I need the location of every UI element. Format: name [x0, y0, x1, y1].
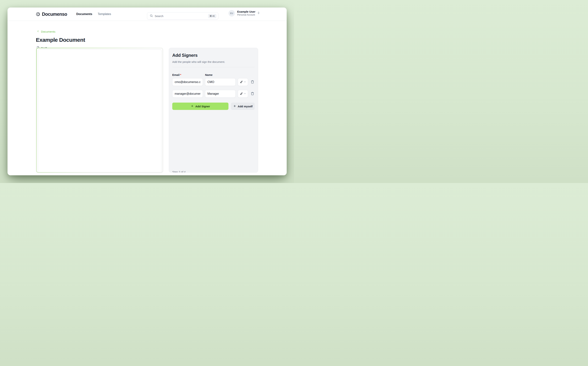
signer-row	[169, 78, 258, 86]
field-labels-row: Email* Name	[169, 73, 258, 76]
signer-email-field[interactable]	[172, 90, 203, 98]
search-input[interactable]	[155, 15, 208, 18]
step-indicator: Step 2 of 4	[172, 170, 186, 173]
required-asterisk: *	[180, 73, 181, 76]
main-nav: Documents Templates	[76, 12, 111, 16]
chevron-left-icon	[37, 30, 39, 33]
add-myself-button[interactable]: Add myself	[231, 103, 255, 110]
signer-actions-row: Add Signer Add myself	[169, 103, 258, 110]
brand-logo[interactable]: Documenso	[36, 12, 67, 17]
email-label: Email*	[172, 73, 203, 76]
signer-row	[169, 90, 258, 98]
add-signer-button[interactable]: Add Signer	[172, 103, 229, 110]
chevron-down-icon	[244, 81, 246, 84]
chevron-down-icon	[244, 92, 246, 95]
document-preview	[36, 48, 163, 173]
remove-signer-button[interactable]	[250, 78, 255, 86]
signer-name-field[interactable]	[205, 78, 236, 86]
divider	[172, 67, 255, 67]
brand-name: Documenso	[42, 12, 67, 17]
search-icon	[150, 14, 153, 18]
remove-signer-button[interactable]	[250, 90, 255, 98]
name-label: Name	[205, 73, 236, 76]
signer-name-field[interactable]	[205, 90, 236, 98]
plus-icon	[191, 105, 194, 108]
app-window: Documenso Documents Templates ⌘+K EU Exa…	[7, 8, 287, 175]
panel-title: Add Signers	[172, 53, 198, 58]
user-menu[interactable]: EU Example User Personal Account	[229, 10, 260, 16]
app-header: Documenso Documents Templates ⌘+K EU Exa…	[7, 8, 287, 21]
trash-icon	[251, 92, 254, 96]
pen-icon	[240, 92, 243, 96]
signer-role-dropdown[interactable]	[238, 78, 248, 86]
add-signers-panel: Add Signers Add the people who will sign…	[169, 48, 258, 173]
user-account-type: Personal Account	[237, 14, 255, 16]
page-title: Example Document	[36, 37, 85, 43]
nav-documents[interactable]: Documents	[76, 12, 92, 16]
breadcrumb[interactable]: Documents	[37, 30, 55, 33]
plus-icon	[233, 105, 236, 108]
panel-subtitle: Add the people who will sign the documen…	[172, 60, 225, 63]
trash-icon	[251, 80, 254, 84]
pen-icon	[240, 80, 243, 84]
search-shortcut-badge: ⌘+K	[208, 14, 216, 18]
nav-templates[interactable]: Templates	[98, 12, 111, 16]
signer-email-field[interactable]	[172, 78, 203, 86]
documenso-seal-icon	[36, 12, 40, 16]
signer-role-dropdown[interactable]	[238, 90, 248, 98]
document-page	[38, 49, 161, 172]
breadcrumb-label[interactable]: Documents	[41, 30, 55, 33]
search-bar[interactable]: ⌘+K	[147, 12, 218, 20]
user-name: Example User	[237, 10, 255, 14]
avatar: EU	[229, 10, 235, 16]
chevrons-up-down-icon	[257, 12, 260, 15]
